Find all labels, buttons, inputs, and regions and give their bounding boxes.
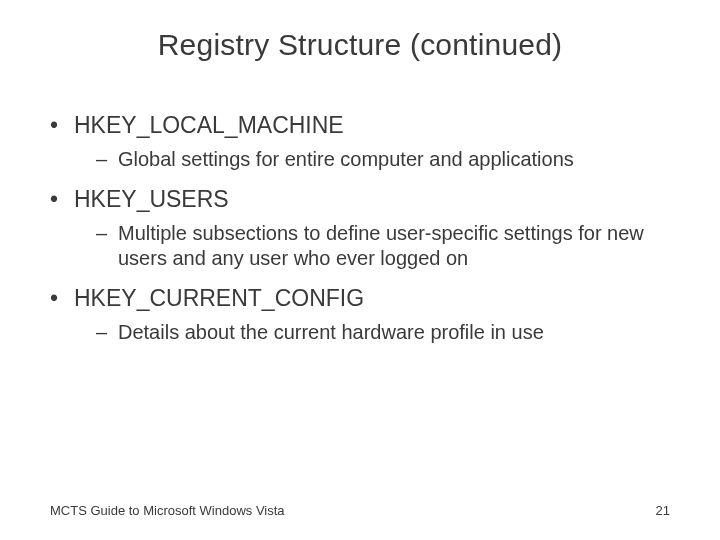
dash-icon: – xyxy=(96,320,118,345)
sub-bullet-text: Details about the current hardware profi… xyxy=(118,320,544,345)
bullet-item: • HKEY_CURRENT_CONFIG xyxy=(50,285,670,312)
bullet-item: • HKEY_LOCAL_MACHINE xyxy=(50,112,670,139)
sub-bullet-text: Global settings for entire computer and … xyxy=(118,147,574,172)
content-area: • HKEY_LOCAL_MACHINE – Global settings f… xyxy=(0,82,720,345)
bullet-dot-icon: • xyxy=(50,112,74,139)
sub-bullet-item: – Global settings for entire computer an… xyxy=(96,147,670,172)
page-title: Registry Structure (continued) xyxy=(0,0,720,82)
bullet-dot-icon: • xyxy=(50,285,74,312)
dash-icon: – xyxy=(96,147,118,172)
page-number: 21 xyxy=(656,503,670,518)
sub-bullet-text: Multiple subsections to define user-spec… xyxy=(118,221,670,271)
bullet-label: HKEY_LOCAL_MACHINE xyxy=(74,112,344,139)
bullet-item: • HKEY_USERS xyxy=(50,186,670,213)
sub-bullet-item: – Multiple subsections to define user-sp… xyxy=(96,221,670,271)
footer-left: MCTS Guide to Microsoft Windows Vista xyxy=(50,503,285,518)
bullet-label: HKEY_USERS xyxy=(74,186,229,213)
slide: Registry Structure (continued) • HKEY_LO… xyxy=(0,0,720,540)
sub-bullet-item: – Details about the current hardware pro… xyxy=(96,320,670,345)
bullet-dot-icon: • xyxy=(50,186,74,213)
footer: MCTS Guide to Microsoft Windows Vista 21 xyxy=(50,503,670,518)
bullet-label: HKEY_CURRENT_CONFIG xyxy=(74,285,364,312)
dash-icon: – xyxy=(96,221,118,246)
